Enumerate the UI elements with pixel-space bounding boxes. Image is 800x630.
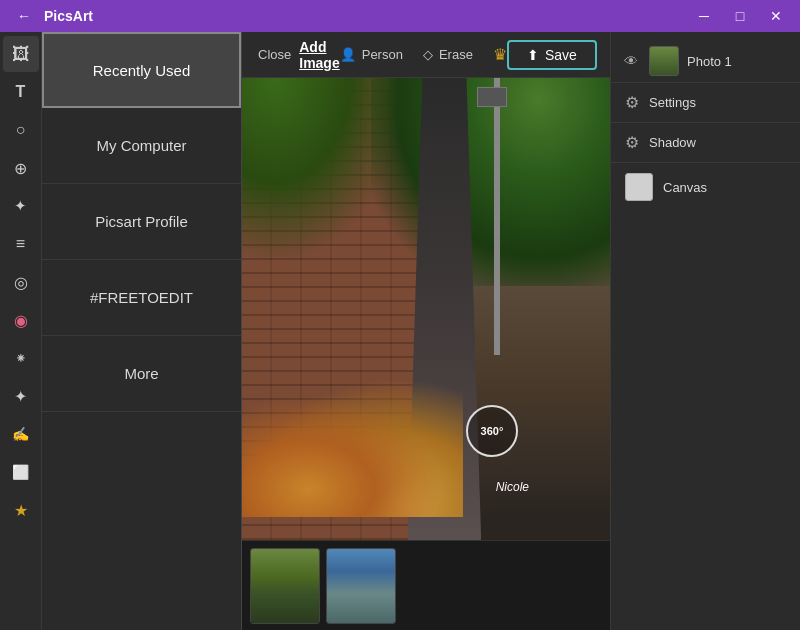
crown-action[interactable]: ♛	[493, 45, 507, 64]
leaves	[242, 378, 463, 517]
title-bar-left: ← PicsArt	[12, 4, 93, 28]
erase-action[interactable]: ◇ Erase	[423, 47, 473, 62]
shadow-item[interactable]: ⚙ Shadow	[611, 123, 800, 163]
thumb-image-1	[251, 549, 319, 623]
shadow-label: Shadow	[649, 135, 696, 150]
star-tool-button[interactable]: ★	[3, 492, 39, 528]
title-bar: ← PicsArt ─ □ ✕	[0, 0, 800, 32]
badge-360: 360°	[466, 405, 518, 457]
person-icon: 👤	[340, 47, 356, 62]
layer-thumbnail	[649, 46, 679, 76]
canvas-color-swatch[interactable]	[625, 173, 653, 201]
recently-used-item[interactable]: Recently Used	[42, 32, 241, 108]
settings-label: Settings	[649, 95, 696, 110]
canvas-item[interactable]: Canvas	[611, 163, 800, 211]
close-button[interactable]: Close	[258, 47, 291, 62]
visibility-icon[interactable]: 👁	[621, 51, 641, 71]
crown-icon: ♛	[493, 45, 507, 64]
badge-name: Nicole	[496, 480, 529, 494]
wand-tool-button[interactable]: ✦	[3, 378, 39, 414]
thumb-image-2	[327, 549, 395, 623]
picsart-profile-item[interactable]: Picsart Profile	[42, 184, 241, 260]
canvas-toolbar: Close Add Image 👤 Person ◇ Erase ♛ ⬆ Sav…	[242, 32, 610, 78]
canvas-area: Close Add Image 👤 Person ◇ Erase ♛ ⬆ Sav…	[242, 32, 610, 630]
shadow-gear-icon: ⚙	[625, 133, 639, 152]
minimize-button[interactable]: ─	[692, 4, 716, 28]
light-panel	[477, 87, 507, 107]
dropdown-panel: Recently Used My Computer Picsart Profil…	[42, 32, 242, 630]
effects-tool-button[interactable]: ⊕	[3, 150, 39, 186]
stamp-tool-button[interactable]: ✍	[3, 416, 39, 452]
image-tool-button[interactable]: 🖼	[3, 36, 39, 72]
foliage-left	[242, 78, 408, 263]
maximize-button[interactable]: □	[728, 4, 752, 28]
upload-icon: ⬆	[527, 47, 539, 63]
thumbnail-1[interactable]	[250, 548, 320, 624]
face-tool-button[interactable]: ◉	[3, 302, 39, 338]
add-image-button[interactable]: Add Image	[299, 39, 339, 71]
arrange-tool-button[interactable]: ⁕	[3, 340, 39, 376]
settings-item[interactable]: ⚙ Settings	[611, 83, 800, 123]
sticker-tool-button[interactable]: ◎	[3, 264, 39, 300]
gear-icon: ⚙	[625, 93, 639, 112]
free-to-edit-item[interactable]: #FREETOEDIT	[42, 260, 241, 336]
save-button[interactable]: ⬆ Save	[507, 40, 597, 70]
more-item[interactable]: More	[42, 336, 241, 412]
crop-tool-button[interactable]: ⬜	[3, 454, 39, 490]
toolbar-left: Close Add Image	[258, 39, 340, 71]
layer-item[interactable]: 👁 Photo 1	[611, 40, 800, 83]
lines-tool-button[interactable]: ≡	[3, 226, 39, 262]
photo-canvas[interactable]: 360° Nicole	[242, 78, 610, 540]
text-tool-button[interactable]: T	[3, 74, 39, 110]
canvas-image-area: 360° Nicole	[242, 78, 610, 540]
close-window-button[interactable]: ✕	[764, 4, 788, 28]
layer-name: Photo 1	[687, 54, 790, 69]
app-title: PicsArt	[44, 8, 93, 24]
right-panel: 👁 Photo 1 ⚙ Settings ⚙ Shadow Canvas	[610, 32, 800, 630]
erase-icon: ◇	[423, 47, 433, 62]
thumbnail-strip	[242, 540, 610, 630]
my-computer-item[interactable]: My Computer	[42, 108, 241, 184]
light-pole	[494, 78, 500, 355]
brush-tool-button[interactable]: ○	[3, 112, 39, 148]
cutout-tool-button[interactable]: ✦	[3, 188, 39, 224]
left-toolbar: 🖼 T ○ ⊕ ✦ ≡ ◎ ◉ ⁕ ✦ ✍ ⬜ ★	[0, 32, 42, 630]
main-layout: 🖼 T ○ ⊕ ✦ ≡ ◎ ◉ ⁕ ✦ ✍ ⬜ ★ Recently Used …	[0, 32, 800, 630]
toolbar-center: 👤 Person ◇ Erase ♛	[340, 45, 507, 64]
back-button[interactable]: ←	[12, 4, 36, 28]
thumbnail-2[interactable]	[326, 548, 396, 624]
canvas-label: Canvas	[663, 180, 707, 195]
person-action[interactable]: 👤 Person	[340, 47, 403, 62]
title-bar-controls: ─ □ ✕	[692, 4, 788, 28]
